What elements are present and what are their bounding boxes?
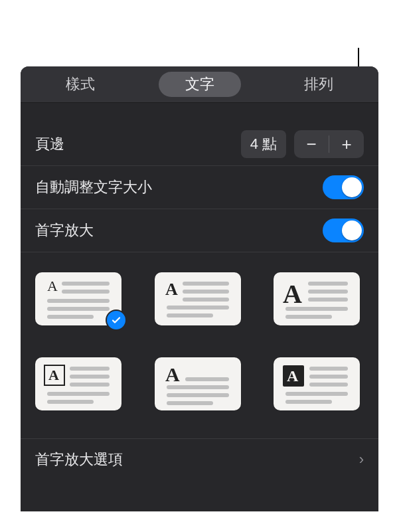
panel-content: 頁邊 4 點 − + 自動調整文字大小 (21, 103, 378, 480)
svg-rect-9 (183, 298, 229, 302)
svg-rect-17 (285, 315, 332, 319)
svg-rect-33 (309, 375, 348, 379)
svg-rect-22 (70, 383, 110, 387)
margin-label: 頁邊 (35, 134, 64, 154)
drop-cap-options-label: 首字放大選項 (35, 450, 123, 470)
svg-text:A: A (47, 278, 58, 294)
svg-rect-20 (70, 367, 110, 371)
minus-icon: − (306, 134, 316, 155)
drop-cap-grid: A A (35, 272, 364, 410)
svg-rect-2 (62, 290, 110, 294)
svg-rect-3 (47, 299, 110, 303)
svg-text:A: A (48, 367, 59, 383)
svg-rect-16 (285, 307, 348, 311)
svg-rect-29 (167, 401, 213, 405)
svg-rect-4 (47, 307, 110, 311)
toggle-knob (342, 221, 362, 240)
drop-cap-style-3[interactable]: A (274, 272, 360, 325)
drop-cap-label: 首字放大 (35, 221, 94, 240)
svg-rect-28 (167, 393, 229, 397)
svg-rect-24 (47, 400, 94, 404)
svg-text:A: A (283, 279, 302, 309)
margin-row: 頁邊 4 點 − + (21, 123, 378, 165)
svg-text:A: A (287, 367, 299, 385)
svg-rect-10 (167, 306, 229, 310)
drop-cap-row: 首字放大 (21, 209, 378, 252)
margin-increase-button[interactable]: + (329, 130, 364, 158)
margin-decrease-button[interactable]: − (294, 130, 329, 158)
svg-rect-34 (309, 383, 348, 387)
svg-rect-35 (285, 392, 348, 396)
plus-icon: + (341, 134, 351, 155)
svg-text:A: A (165, 363, 180, 385)
drop-cap-style-5[interactable]: A (155, 357, 241, 410)
auto-fit-toggle[interactable] (323, 175, 364, 199)
tab-style[interactable]: 樣式 (21, 66, 140, 102)
tab-text[interactable]: 文字 (140, 66, 260, 102)
svg-rect-15 (308, 298, 348, 302)
drop-cap-options-row[interactable]: 首字放大選項 › (21, 438, 378, 480)
svg-rect-11 (167, 313, 213, 317)
tab-bar: 樣式 文字 排列 (21, 66, 378, 103)
chevron-right-icon: › (359, 451, 364, 468)
svg-rect-5 (47, 315, 94, 319)
selected-check-icon (106, 310, 127, 331)
svg-rect-1 (62, 282, 110, 286)
drop-cap-toggle[interactable] (323, 219, 364, 242)
svg-rect-26 (185, 377, 229, 381)
drop-cap-grid-section: A A (21, 252, 378, 422)
svg-rect-14 (308, 290, 348, 294)
svg-rect-23 (47, 392, 110, 396)
drop-cap-style-6[interactable]: A (274, 357, 360, 410)
drop-cap-style-1[interactable]: A (35, 272, 121, 325)
toggle-knob (342, 177, 362, 197)
tab-arrange[interactable]: 排列 (259, 66, 378, 102)
svg-rect-36 (285, 400, 332, 404)
auto-fit-label: 自動調整文字大小 (35, 177, 152, 197)
drop-cap-style-4[interactable]: A (35, 357, 121, 410)
svg-text:A: A (165, 280, 178, 299)
svg-rect-8 (183, 290, 229, 294)
auto-fit-row: 自動調整文字大小 (21, 165, 378, 209)
tab-arrange-label: 排列 (297, 72, 340, 97)
margin-value: 4 點 (241, 130, 286, 158)
svg-rect-32 (309, 367, 348, 371)
tab-style-label: 樣式 (59, 72, 102, 97)
svg-rect-27 (167, 385, 229, 389)
format-panel: 樣式 文字 排列 頁邊 4 點 − + (21, 66, 378, 511)
svg-rect-21 (70, 375, 110, 379)
margin-stepper: − + (294, 130, 364, 158)
tab-text-label: 文字 (159, 72, 241, 97)
drop-cap-style-2[interactable]: A (155, 272, 241, 325)
svg-rect-13 (308, 282, 348, 286)
margin-controls: 4 點 − + (241, 130, 364, 158)
svg-rect-7 (183, 282, 229, 286)
